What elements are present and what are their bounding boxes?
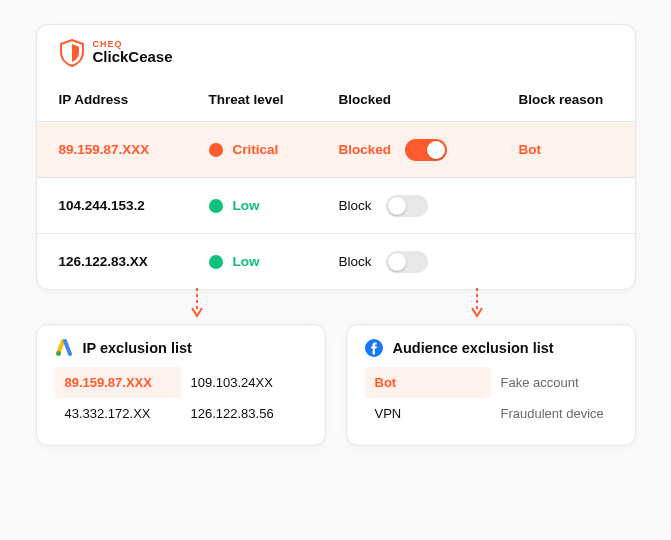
threat-label: Low <box>233 254 260 269</box>
blocked-cell: Block <box>339 251 519 273</box>
threat-dot-icon <box>209 199 223 213</box>
block-toggle[interactable] <box>405 139 447 161</box>
card-title-row: IP exclusion list <box>55 339 307 357</box>
shield-icon <box>59 39 85 67</box>
threat-label: Low <box>233 198 260 213</box>
list-item: Fake account <box>491 367 617 398</box>
svg-point-2 <box>56 351 61 356</box>
list-item: 109.103.24XX <box>181 367 307 398</box>
block-toggle[interactable] <box>386 195 428 217</box>
col-header-ip: IP Address <box>59 92 209 107</box>
list-item: 43.332.172.XX <box>55 398 181 429</box>
table-row: 126.122.83.XX Low Block <box>37 233 635 289</box>
google-ads-icon <box>55 339 73 357</box>
threat-level: Critical <box>209 142 339 157</box>
ip-address: 89.159.87.XXX <box>59 142 209 157</box>
threat-dot-icon <box>209 255 223 269</box>
list-item: VPN <box>365 398 491 429</box>
list-item: Fraudulent device <box>491 398 617 429</box>
ip-threat-card: CHEQ ClickCease IP Address Threat level … <box>36 24 636 290</box>
ip-address: 104.244.153.2 <box>59 198 209 213</box>
ip-exclusion-grid: 89.159.87.XXX 109.103.24XX 43.332.172.XX… <box>55 367 307 429</box>
audience-exclusion-grid: Bot Fake account VPN Fraudulent device <box>365 367 617 429</box>
threat-dot-icon <box>209 143 223 157</box>
blocked-cell: Block <box>339 195 519 217</box>
blocked-label: Block <box>339 254 372 269</box>
threat-level: Low <box>209 254 339 269</box>
brand-header: CHEQ ClickCease <box>37 25 635 77</box>
col-header-reason: Block reason <box>519 92 613 107</box>
col-header-blocked: Blocked <box>339 92 519 107</box>
list-item: 126.122.83.56 <box>181 398 307 429</box>
flow-arrows <box>36 290 636 324</box>
threat-label: Critical <box>233 142 279 157</box>
blocked-label: Blocked <box>339 142 392 157</box>
ip-exclusion-card: IP exclusion list 89.159.87.XXX 109.103.… <box>36 324 326 446</box>
blocked-cell: Blocked <box>339 139 519 161</box>
exclusion-lists: IP exclusion list 89.159.87.XXX 109.103.… <box>36 324 636 446</box>
threat-level: Low <box>209 198 339 213</box>
card-title: Audience exclusion list <box>393 340 554 356</box>
arrow-down-icon <box>476 288 478 314</box>
list-item: Bot <box>365 367 491 398</box>
table-row: 104.244.153.2 Low Block <box>37 177 635 233</box>
audience-exclusion-card: Audience exclusion list Bot Fake account… <box>346 324 636 446</box>
blocked-label: Block <box>339 198 372 213</box>
list-item: 89.159.87.XXX <box>55 367 181 398</box>
table-header-row: IP Address Threat level Blocked Block re… <box>37 77 635 121</box>
block-reason: Bot <box>519 142 613 157</box>
card-title: IP exclusion list <box>83 340 192 356</box>
col-header-threat: Threat level <box>209 92 339 107</box>
arrow-down-icon <box>196 288 198 314</box>
facebook-icon <box>365 339 383 357</box>
table-row: 89.159.87.XXX Critical Blocked Bot <box>37 121 635 177</box>
card-title-row: Audience exclusion list <box>365 339 617 357</box>
ip-address: 126.122.83.XX <box>59 254 209 269</box>
block-toggle[interactable] <box>386 251 428 273</box>
brand-name: ClickCease <box>93 49 173 66</box>
